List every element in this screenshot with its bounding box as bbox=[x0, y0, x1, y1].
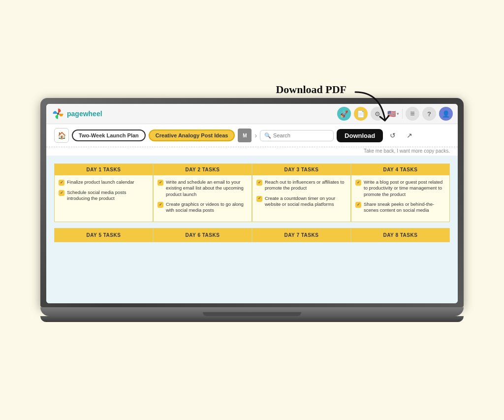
laptop: pagewheel 🚀 📄 ⚙ 🇺🇸 ▾ ≡ ? 👤 bbox=[40, 98, 464, 322]
task-check-icon: ✓ bbox=[59, 190, 64, 196]
laptop-base bbox=[40, 307, 464, 316]
task-check-icon: ✓ bbox=[355, 202, 361, 208]
day3-header: DAY 3 TASKS bbox=[252, 164, 350, 175]
task-check-icon: ✓ bbox=[355, 180, 361, 186]
search-input[interactable] bbox=[273, 132, 329, 138]
annotation-text: Download PDF bbox=[276, 83, 346, 96]
share-icon[interactable]: ↗ bbox=[403, 129, 416, 142]
day5-header: DAY 5 TASKS bbox=[54, 228, 153, 242]
tasks-grid: DAY 1 TASKS ✓ Finalize product launch ca… bbox=[54, 163, 450, 222]
task-text: Create a countdown timer on your website… bbox=[265, 195, 346, 208]
breadcrumb-more[interactable]: M bbox=[238, 129, 252, 142]
menu-icon-btn[interactable]: ≡ bbox=[406, 107, 419, 121]
task-check-icon: ✓ bbox=[158, 180, 163, 186]
task-column-day3: DAY 3 TASKS ✓ Reach out to influencers o… bbox=[252, 163, 351, 222]
home-button[interactable]: 🏠 bbox=[54, 128, 69, 143]
brand-name: pagewheel bbox=[67, 110, 102, 118]
task-text: Schedule social media posts introducing … bbox=[67, 190, 149, 202]
day1-body: ✓ Finalize product launch calendar ✓ Sch… bbox=[55, 175, 153, 210]
day4-header: DAY 4 TASKS bbox=[351, 164, 449, 175]
search-box: 🔍 bbox=[260, 130, 334, 141]
task-item: ✓ Schedule social media posts introducin… bbox=[59, 190, 149, 202]
task-item: ✓ Reach out to influencers or affiliates… bbox=[256, 179, 346, 192]
browser-nav: pagewheel 🚀 📄 ⚙ 🇺🇸 ▾ ≡ ? 👤 bbox=[46, 104, 458, 124]
breadcrumb-item-launch-plan[interactable]: Two-Week Launch Plan bbox=[72, 129, 146, 141]
breadcrumb-bar: 🏠 Two-Week Launch Plan Creative Analogy … bbox=[46, 124, 458, 147]
refresh-icon[interactable]: ↺ bbox=[386, 129, 400, 142]
task-column-day2: DAY 2 TASKS ✓ Write and schedule an emai… bbox=[153, 163, 252, 222]
browser-window: pagewheel 🚀 📄 ⚙ 🇺🇸 ▾ ≡ ? 👤 bbox=[46, 104, 458, 303]
user-icon-btn[interactable]: 👤 bbox=[439, 107, 453, 121]
task-check-icon: ✓ bbox=[256, 180, 262, 186]
help-icon-btn[interactable]: ? bbox=[422, 107, 436, 121]
search-icon: 🔍 bbox=[264, 132, 271, 139]
breadcrumb-chevron: › bbox=[254, 131, 257, 139]
day8-header: DAY 8 TASKS bbox=[351, 228, 450, 242]
day4-body: ✓ Write a blog post or guest post relate… bbox=[351, 175, 449, 222]
task-item: ✓ Finalize product launch calendar bbox=[59, 179, 149, 186]
task-text: Write and schedule an email to your exis… bbox=[166, 179, 248, 197]
task-text: Finalize product launch calendar bbox=[67, 179, 134, 185]
day7-header: DAY 7 TASKS bbox=[252, 228, 351, 242]
task-item: ✓ Create a countdown timer on your websi… bbox=[256, 195, 346, 208]
task-column-day4: DAY 4 TASKS ✓ Write a blog post or guest… bbox=[351, 163, 450, 222]
task-item: ✓ Write a blog post or guest post relate… bbox=[355, 179, 445, 197]
task-check-icon: ✓ bbox=[158, 202, 163, 208]
task-text: Share sneak peeks or behind-the-scenes c… bbox=[364, 201, 445, 214]
task-text: Write a blog post or guest post related … bbox=[364, 179, 445, 197]
bottom-task-headers: DAY 5 TASKS DAY 6 TASKS DAY 7 TASKS DAY … bbox=[54, 228, 450, 242]
laptop-foot bbox=[40, 316, 464, 322]
day3-body: ✓ Reach out to influencers or affiliates… bbox=[252, 175, 350, 215]
task-item: ✓ Write and schedule an email to your ex… bbox=[158, 179, 248, 197]
outer-wrapper: Download PDF bbox=[31, 98, 473, 322]
main-content: DAY 1 TASKS ✓ Finalize product launch ca… bbox=[46, 156, 458, 303]
day2-header: DAY 2 TASKS bbox=[154, 164, 252, 175]
download-pdf-annotation: Download PDF bbox=[276, 83, 395, 129]
day1-header: DAY 1 TASKS bbox=[55, 164, 153, 175]
day6-header: DAY 6 TASKS bbox=[153, 228, 252, 242]
laptop-screen-frame: pagewheel 🚀 📄 ⚙ 🇺🇸 ▾ ≡ ? 👤 bbox=[40, 98, 464, 307]
task-column-day1: DAY 1 TASKS ✓ Finalize product launch ca… bbox=[54, 163, 153, 222]
nav-logo: pagewheel bbox=[51, 107, 102, 121]
task-item: ✓ Create graphics or videos to go along … bbox=[158, 201, 248, 214]
task-check-icon: ✓ bbox=[256, 196, 262, 202]
svg-point-0 bbox=[57, 113, 59, 115]
annotation-arrow bbox=[350, 87, 395, 129]
breadcrumb-item-post-ideas[interactable]: Creative Analogy Post Ideas bbox=[149, 129, 235, 141]
back-link[interactable]: Take me back, I want more copy packs. bbox=[46, 147, 458, 156]
day2-body: ✓ Write and schedule an email to your ex… bbox=[154, 175, 252, 222]
task-item: ✓ Share sneak peeks or behind-the-scenes… bbox=[355, 201, 445, 214]
task-check-icon: ✓ bbox=[59, 180, 64, 186]
download-button[interactable]: Download bbox=[337, 129, 383, 142]
task-text: Create graphics or videos to go along wi… bbox=[166, 201, 248, 214]
laptop-screen-inner: pagewheel 🚀 📄 ⚙ 🇺🇸 ▾ ≡ ? 👤 bbox=[46, 104, 458, 303]
task-text: Reach out to influencers or affiliates t… bbox=[265, 179, 346, 192]
nav-separator bbox=[402, 109, 403, 119]
pinwheel-icon bbox=[51, 107, 65, 121]
